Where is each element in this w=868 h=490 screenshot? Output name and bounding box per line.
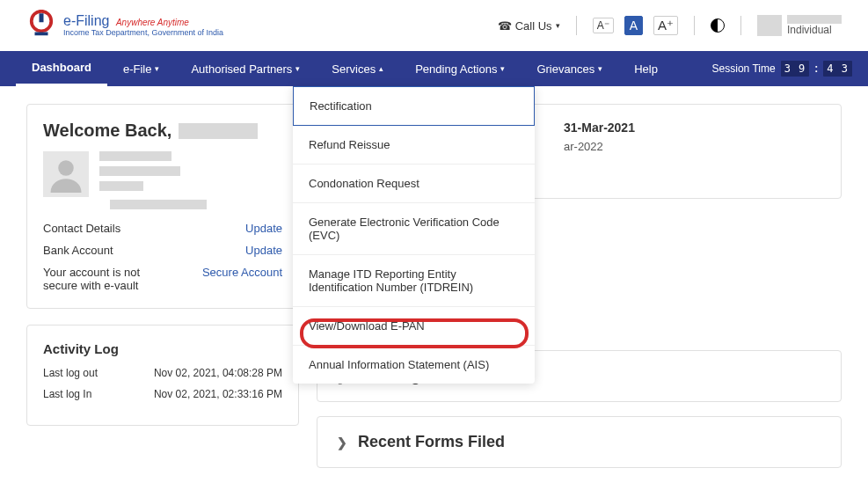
bank-update-link[interactable]: Update xyxy=(245,244,282,257)
user-name-redacted xyxy=(787,15,842,24)
phone-icon: ☎ xyxy=(498,19,512,33)
chevron-up-icon: ▴ xyxy=(379,64,383,73)
page-header: e-Filing Anywhere Anytime Income Tax Dep… xyxy=(0,0,868,51)
evault-warning: Your account is not secure with e-vault xyxy=(43,266,157,292)
nav-dashboard[interactable]: Dashboard xyxy=(16,51,107,86)
contact-details-label: Contact Details xyxy=(43,222,120,235)
session-timer: Session Time 3 9 : 4 3 xyxy=(712,61,852,77)
logo-area: e-Filing Anywhere Anytime Income Tax Dep… xyxy=(26,8,223,43)
bank-account-row: Bank Account Update xyxy=(43,244,282,257)
nav-griev-label: Grievances xyxy=(536,62,594,76)
user-type-label: Individual xyxy=(787,24,842,36)
welcome-title-row: Welcome Back, xyxy=(43,121,282,141)
chevron-down-icon: ▾ xyxy=(295,64,300,73)
brand-title: e-Filing xyxy=(63,13,109,28)
contrast-toggle[interactable] xyxy=(711,18,725,33)
chevron-down-icon: ▾ xyxy=(500,64,505,73)
header-right: ☎ Call Us ▾ A⁻ A A⁺ Individual xyxy=(498,15,842,36)
nav-help-label: Help xyxy=(634,62,658,76)
font-decrease-button[interactable]: A⁻ xyxy=(593,18,614,33)
menu-item-evc[interactable]: Generate Electronic Verification Code (E… xyxy=(293,203,535,255)
nav-dashboard-label: Dashboard xyxy=(32,61,91,74)
chevron-down-icon: ▾ xyxy=(556,21,560,30)
redacted-line xyxy=(99,166,180,176)
font-normal-button[interactable]: A xyxy=(624,16,643,35)
activity-log-title: Activity Log xyxy=(43,341,282,356)
nav-pending-label: Pending Actions xyxy=(415,62,497,76)
font-increase-button[interactable]: A⁺ xyxy=(653,16,678,35)
redacted-line xyxy=(99,151,171,161)
menu-item-epan[interactable]: View/Download E-PAN xyxy=(293,307,535,346)
menu-item-rectification[interactable]: Rectification xyxy=(293,86,535,126)
chevron-down-icon: ▾ xyxy=(598,64,602,73)
welcome-card: Welcome Back, Contact Details Update xyxy=(26,104,299,309)
svg-rect-2 xyxy=(35,33,48,36)
session-minutes: 3 9 xyxy=(781,61,810,77)
nav-grievances[interactable]: Grievances▾ xyxy=(521,51,618,86)
left-column: Welcome Back, Contact Details Update xyxy=(26,104,299,482)
contact-update-link[interactable]: Update xyxy=(245,222,282,235)
avatar-icon xyxy=(43,151,89,197)
secure-account-link[interactable]: Secure Account xyxy=(202,266,282,279)
svg-point-3 xyxy=(58,160,74,176)
govt-emblem-icon xyxy=(26,8,56,43)
user-avatar-placeholder xyxy=(757,15,782,36)
divider xyxy=(740,16,741,35)
user-menu[interactable]: Individual xyxy=(757,15,842,36)
recent-forms-card[interactable]: ❯ Recent Forms Filed xyxy=(317,416,842,468)
bank-account-label: Bank Account xyxy=(43,244,113,257)
page-content: Rectification Refund Reissue Condonation… xyxy=(0,86,868,490)
brand-tagline: Anywhere Anytime xyxy=(116,18,189,27)
fy-end-date: 31-Mar-2021 xyxy=(564,121,821,135)
nav-authorised-partners[interactable]: Authorised Partners▾ xyxy=(175,51,316,86)
divider xyxy=(576,16,577,35)
session-seconds: 4 3 xyxy=(823,61,852,77)
nav-help[interactable]: Help xyxy=(618,51,674,86)
last-logout-value: Nov 02, 2021, 04:08:28 PM xyxy=(154,367,282,379)
contact-details-row: Contact Details Update xyxy=(43,222,282,235)
activity-log-card: Activity Log Last log out Nov 02, 2021, … xyxy=(26,325,299,426)
nav-efile-label: e-File xyxy=(123,62,152,76)
welcome-title: Welcome Back, xyxy=(43,121,171,141)
last-logout-row: Last log out Nov 02, 2021, 04:08:28 PM xyxy=(43,367,282,379)
menu-item-ais[interactable]: Annual Information Statement (AIS) xyxy=(293,346,535,384)
nav-efile[interactable]: e-File▾ xyxy=(107,51,176,86)
menu-item-condonation[interactable]: Condonation Request xyxy=(293,165,535,203)
profile-row xyxy=(43,151,282,209)
main-navbar: Dashboard e-File▾ Authorised Partners▾ S… xyxy=(0,51,868,86)
nav-pending-actions[interactable]: Pending Actions▾ xyxy=(399,51,521,86)
services-dropdown-menu: Rectification Refund Reissue Condonation… xyxy=(293,86,535,384)
last-login-row: Last log In Nov 02, 2021, 02:33:16 PM xyxy=(43,388,282,400)
chevron-down-icon: ▾ xyxy=(155,64,159,73)
nav-services[interactable]: Services▴ xyxy=(316,51,399,86)
profile-redacted-lines xyxy=(99,151,207,209)
svg-rect-1 xyxy=(40,13,44,22)
divider xyxy=(694,16,695,35)
fy-partial-date: ar-2022 xyxy=(564,140,821,153)
redacted-line xyxy=(99,181,143,191)
last-login-label: Last log In xyxy=(43,388,91,400)
menu-item-itdrein[interactable]: Manage ITD Reporting Entity Identificati… xyxy=(293,255,535,307)
redacted-line xyxy=(110,200,207,209)
call-us-dropdown[interactable]: ☎ Call Us ▾ xyxy=(498,19,560,33)
menu-item-refund-reissue[interactable]: Refund Reissue xyxy=(293,126,535,165)
chevron-right-icon: ❯ xyxy=(337,435,347,450)
nav-auth-label: Authorised Partners xyxy=(191,62,292,76)
time-colon: : xyxy=(814,62,818,75)
brand-subtitle: Income Tax Department, Government of Ind… xyxy=(63,29,223,38)
user-name-redacted xyxy=(179,123,258,139)
session-label: Session Time xyxy=(712,62,776,75)
logo-text: e-Filing Anywhere Anytime Income Tax Dep… xyxy=(63,13,223,37)
call-us-label: Call Us xyxy=(515,19,552,33)
last-logout-label: Last log out xyxy=(43,367,98,379)
evault-row: Your account is not secure with e-vault … xyxy=(43,266,282,292)
nav-services-label: Services xyxy=(332,62,376,76)
recent-forms-title: Recent Forms Filed xyxy=(358,433,505,451)
last-login-value: Nov 02, 2021, 02:33:16 PM xyxy=(154,388,282,400)
